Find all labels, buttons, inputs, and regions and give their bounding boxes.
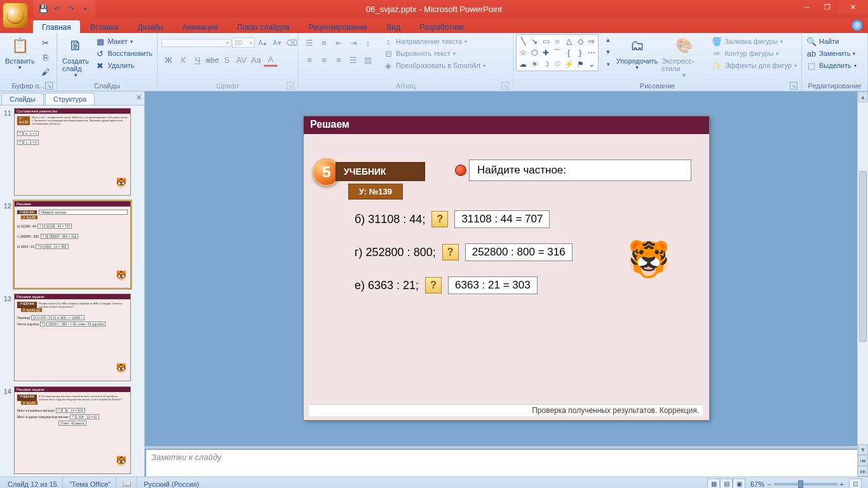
- numbering-button[interactable]: ≡: [317, 36, 331, 50]
- vertical-scrollbar[interactable]: ▲ ▼ ⏮ ⏭: [857, 92, 868, 477]
- office-button[interactable]: [3, 3, 28, 28]
- gallery-more-button[interactable]: ▾: [601, 58, 615, 70]
- shape-moon-icon[interactable]: ☽: [540, 58, 552, 70]
- reveal-button[interactable]: ?: [442, 244, 459, 261]
- zoom-out-button[interactable]: −: [767, 480, 771, 488]
- font-color-button[interactable]: A: [264, 53, 278, 67]
- gallery-down-button[interactable]: ▼: [601, 46, 615, 58]
- status-theme[interactable]: "Тема Office": [64, 477, 116, 488]
- undo-icon[interactable]: ↶: [52, 4, 62, 14]
- shape-line-icon[interactable]: ╲: [517, 36, 529, 47]
- gallery-up-button[interactable]: ▲: [601, 34, 615, 46]
- text-direction-button[interactable]: ↕Направление текста ▾: [381, 36, 487, 47]
- shape-brace2-icon[interactable]: }: [574, 47, 586, 58]
- find-button[interactable]: 🔍Найти: [804, 36, 841, 47]
- shape-arrow-icon[interactable]: ↘: [529, 36, 540, 47]
- thumbnail-12[interactable]: 12 Решаем УЧЕБНИКНайдите частное: У: №13…: [1, 201, 143, 288]
- scroll-thumb[interactable]: [859, 171, 867, 342]
- shape-flag-icon[interactable]: ⚑: [574, 58, 586, 70]
- tab-view[interactable]: Вид: [377, 20, 409, 33]
- change-case-button[interactable]: Aa: [249, 53, 263, 67]
- zoom-in-button[interactable]: +: [840, 480, 844, 488]
- answer-box[interactable]: 6363 : 21 = 303: [448, 276, 538, 294]
- align-text-button[interactable]: ⊟Выровнять текст ▾: [381, 48, 487, 59]
- shadow-button[interactable]: S: [220, 53, 234, 67]
- shape-plus-icon[interactable]: ✚: [540, 47, 552, 58]
- format-painter-button[interactable]: 🖌: [39, 65, 53, 79]
- drawing-launcher[interactable]: ↘: [790, 82, 797, 90]
- zoom-percent[interactable]: 67%: [750, 480, 764, 488]
- panel-close-button[interactable]: ✕: [136, 93, 142, 102]
- align-left-button[interactable]: ≡: [302, 53, 316, 67]
- shape-diamond-icon[interactable]: ◇: [574, 36, 586, 47]
- shape-arc-icon[interactable]: ⌒: [552, 47, 563, 58]
- status-slide-number[interactable]: Слайд 12 из 15: [3, 477, 63, 488]
- slide-canvas[interactable]: Решаем 5 УЧЕБНИК У: №139 Найдите частное…: [145, 92, 868, 446]
- thumbnail-14[interactable]: 14 Решаем задачи УЧЕБНИКВ 12 плацкартных…: [1, 386, 143, 474]
- next-slide-button[interactable]: ⏭: [858, 466, 868, 477]
- arrange-button[interactable]: 🗂 Упорядочить ▼: [616, 34, 658, 72]
- paste-button[interactable]: 📋 Вставить ▼: [3, 34, 37, 72]
- shrink-font-button[interactable]: A▾: [270, 36, 284, 50]
- font-size-combo[interactable]: 20▾: [232, 37, 255, 48]
- grow-font-button[interactable]: A▴: [255, 36, 269, 50]
- reveal-button[interactable]: ?: [425, 277, 442, 294]
- italic-button[interactable]: К: [176, 53, 190, 67]
- cut-button[interactable]: ✂: [39, 36, 53, 50]
- save-icon[interactable]: 💾: [38, 4, 48, 14]
- tab-home[interactable]: Главная: [33, 20, 80, 33]
- select-button[interactable]: ⬚Выделить ▾: [804, 60, 858, 71]
- shape-effects-button[interactable]: ✨Эффекты для фигур ▾: [710, 60, 799, 71]
- shape-scroll-icon[interactable]: ⌄: [586, 58, 597, 70]
- justify-button[interactable]: ☰: [346, 53, 360, 67]
- panel-tab-slides[interactable]: Слайды: [1, 93, 44, 105]
- shape-hex-icon[interactable]: ⬡: [529, 47, 540, 58]
- font-launcher[interactable]: ↘: [287, 82, 294, 90]
- tab-review[interactable]: Рецензирование: [300, 20, 377, 33]
- shapes-gallery[interactable]: ╲ ↘ ▭ ○ △ ◇ ⇨ ☆ ⬡ ✚ ⌒ { } ⋯ ☁ ☀ ☽ ♡ ⚡ ⚑: [516, 34, 599, 71]
- shape-more-icon[interactable]: ⋯: [586, 47, 597, 58]
- tab-animation[interactable]: Анимация: [173, 20, 227, 33]
- clipboard-launcher[interactable]: ↘: [45, 82, 53, 90]
- tab-insert[interactable]: Вставка: [81, 20, 128, 33]
- normal-view-button[interactable]: ▦: [707, 478, 720, 489]
- tab-design[interactable]: Дизайн: [128, 20, 172, 33]
- shape-heart-icon[interactable]: ♡: [552, 58, 563, 70]
- new-slide-button[interactable]: 🗎 Создать слайд ▼: [60, 34, 92, 79]
- font-family-combo[interactable]: ▾: [161, 39, 231, 47]
- bullets-button[interactable]: ☰: [302, 36, 316, 50]
- reveal-button[interactable]: ?: [431, 211, 448, 227]
- replace-button[interactable]: abЗаменить ▾: [804, 48, 857, 59]
- shape-cloud-icon[interactable]: ☁: [517, 58, 529, 70]
- convert-smartart-button[interactable]: ◈Преобразовать в SmartArt ▾: [381, 60, 487, 71]
- delete-slide-button[interactable]: ✖Удалить: [93, 60, 154, 71]
- line-spacing-button[interactable]: ↕: [361, 36, 375, 50]
- shape-sun-icon[interactable]: ☀: [529, 58, 540, 70]
- shape-bolt-icon[interactable]: ⚡: [563, 58, 574, 70]
- prev-slide-button[interactable]: ⏮: [858, 455, 868, 466]
- tab-developer[interactable]: Разработчик: [410, 20, 473, 33]
- slide-footer[interactable]: Проверка полученных результатов. Коррекц…: [309, 404, 703, 416]
- shape-star-icon[interactable]: ☆: [517, 47, 529, 58]
- problem-label[interactable]: б) 31108 : 44;: [355, 213, 425, 226]
- quick-styles-button[interactable]: 🎨 Экспресс-стили ▼: [659, 34, 709, 79]
- close-button[interactable]: ✕: [837, 0, 868, 14]
- tab-slideshow[interactable]: Показ слайдов: [228, 20, 299, 33]
- align-center-button[interactable]: ≡: [317, 53, 331, 67]
- topic-label[interactable]: УЧЕБНИК: [336, 162, 425, 181]
- answer-box[interactable]: 31108 : 44 = 707: [454, 210, 550, 228]
- minimize-button[interactable]: ─: [797, 0, 817, 14]
- maximize-button[interactable]: ❐: [817, 0, 837, 14]
- problem-label[interactable]: е) 6363 : 21;: [355, 279, 419, 292]
- sorter-view-button[interactable]: ▤: [720, 478, 733, 489]
- qat-customize-icon[interactable]: ▼: [80, 4, 90, 14]
- thumbnail-13[interactable]: 13 Решаем задачи УЧЕБНИКРасфасовали 12 к…: [1, 294, 143, 381]
- shape-oval-icon[interactable]: ○: [552, 36, 563, 47]
- status-language[interactable]: Русский (Россия): [139, 477, 204, 488]
- bold-button[interactable]: Ж: [161, 53, 175, 67]
- shape-fill-button[interactable]: 🪣Заливка фигуры ▾: [710, 36, 799, 47]
- notes-pane[interactable]: Заметки к слайду: [146, 449, 867, 477]
- underline-button[interactable]: Ч: [191, 53, 205, 67]
- paragraph-launcher[interactable]: ↘: [501, 82, 509, 90]
- reference-label[interactable]: У: №139: [348, 184, 403, 200]
